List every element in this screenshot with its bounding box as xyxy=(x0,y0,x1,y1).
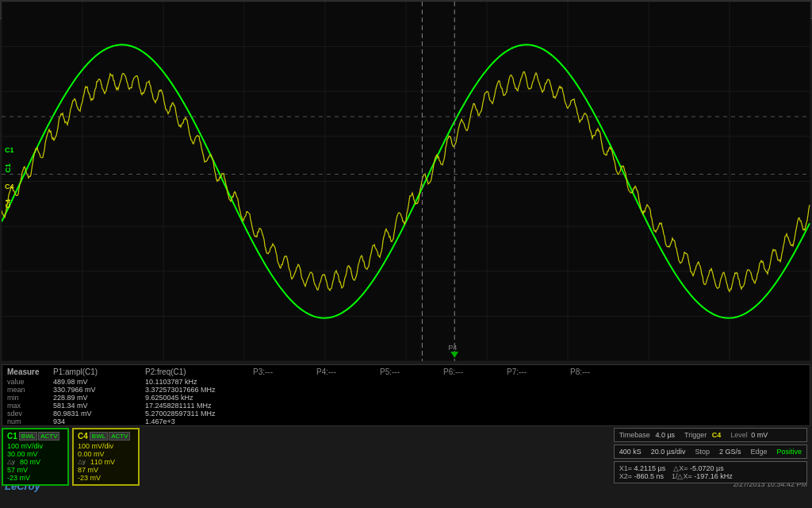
trigger-channel: C4 xyxy=(712,431,722,439)
measure-label-num: num xyxy=(7,418,47,425)
measure-label-sdev: sdev xyxy=(7,410,47,418)
timebase-trigger-box: Timebase 4.0 µs Trigger C4 Level 0 mV xyxy=(614,428,807,442)
c1-row2: 80 mV xyxy=(20,458,40,466)
p1-header: P1:ampl(C1) xyxy=(53,368,140,376)
measurements-panel: Measure value mean min max sdev num stat… xyxy=(2,364,810,426)
sample-mode-box: 400 kS 20.0 µs/div Stop 2 GS/s Edge xyxy=(614,444,807,459)
trigger-level-label: Level xyxy=(730,431,748,439)
p2-num: 1.467e+3 xyxy=(145,418,248,425)
dx-label: △X= xyxy=(673,464,688,472)
inv-dx-label: 1/△X= xyxy=(672,472,692,480)
p1-max: 581.34 mV xyxy=(53,402,140,410)
waveform-canvas[interactable] xyxy=(2,2,810,361)
p2-value: 10.1103787 kHz xyxy=(145,378,248,386)
channel-c4-label: C4 xyxy=(4,199,12,209)
c4-act-badge: ACTV xyxy=(109,432,130,441)
trigger-type: Edge xyxy=(750,448,767,456)
trigger-label: Trigger xyxy=(684,431,707,439)
measure-label-max: max xyxy=(7,402,47,410)
trigger-level-value: 0 mV xyxy=(751,431,768,439)
p1-min: 228.89 mV xyxy=(53,394,140,402)
p2-sdev: 5.270028597311 MHz xyxy=(145,410,248,418)
measure-header: Measure xyxy=(7,368,47,376)
measure-label-value: value xyxy=(7,378,47,386)
x2-value: -860.5 ns xyxy=(634,472,664,480)
x1-value: 4.2115 µs xyxy=(634,464,665,472)
c4-row3: 87 mV xyxy=(78,466,134,474)
p2-mean: 3.372573017666 MHz xyxy=(145,386,248,394)
c4-bwl-badge: BWL xyxy=(90,432,108,441)
c4-row1: 0.00 mV xyxy=(78,450,134,458)
c1-row3: 57 mV xyxy=(7,466,63,474)
measure-label-status: status xyxy=(7,425,47,426)
p7-header: P7:--- xyxy=(507,368,527,376)
x1-label: X1= xyxy=(619,464,632,472)
p3-header: P3:--- xyxy=(253,368,273,376)
p2-status: △R xyxy=(145,425,248,426)
x2-label: X2= xyxy=(619,472,632,480)
sample-count: 400 kS xyxy=(619,448,642,456)
c4-info-box: C4 BWL ACTV 100 mV/div 0.00 mV △y 110 mV… xyxy=(72,428,140,486)
p1-mean: 330.7966 mV xyxy=(53,386,140,394)
c1-label: C1 xyxy=(7,432,17,441)
p1-num: 934 xyxy=(53,418,140,425)
trigger-mode: Stop xyxy=(695,448,710,456)
c1-info-box: C1 BWL ACTV 100 mV/div 30.00 mV △y 80 mV… xyxy=(2,428,69,486)
p2-min: 9.6250045 kHz xyxy=(145,394,248,402)
c4-volts-div: 100 mV/div xyxy=(78,442,134,450)
p1-value: 489.98 mV xyxy=(53,378,140,386)
sample-rate: 2 GS/s xyxy=(719,448,741,456)
trigger-coupling: Positive xyxy=(776,448,802,456)
c1-row1: 30.00 mV xyxy=(7,450,63,458)
c1-bwl-badge: BWL xyxy=(19,432,37,441)
dx-value: -5.0720 µs xyxy=(690,464,724,472)
p5-header: P5:--- xyxy=(380,368,400,376)
p8-header: P8:--- xyxy=(570,368,590,376)
right-info-panel: Timebase 4.0 µs Trigger C4 Level 0 mV xyxy=(614,428,807,483)
timebase-value: 4.0 µs xyxy=(655,431,675,439)
cursor-values-box: X1= 4.2115 µs △X= -5.0720 µs X2= -860.5 … xyxy=(614,461,807,483)
measure-label-min: min xyxy=(7,394,47,402)
p1-sdev: 80.9831 mV xyxy=(53,410,140,418)
c1-act-badge: ACTV xyxy=(38,432,59,441)
p6-header: P6:--- xyxy=(443,368,463,376)
channel-c1-label: C1 xyxy=(4,164,12,173)
info-bottom: Measure value mean min max sdev num stat… xyxy=(0,363,812,508)
inv-dx-value: -197.16 kHz xyxy=(694,472,733,480)
c1-row4: -23 mV xyxy=(7,474,63,482)
timebase-label: Timebase xyxy=(619,431,650,439)
c1-volts-div: 100 mV/div xyxy=(7,442,63,450)
c4-label: C4 xyxy=(78,432,88,441)
waveform-display: C1 C4 xyxy=(2,2,810,361)
timebase-per-div: 20.0 µs/div xyxy=(651,448,686,456)
c4-row2: 110 mV xyxy=(90,458,115,466)
measure-label-mean: mean xyxy=(7,386,47,394)
p2-header: P2:freq(C1) xyxy=(145,368,248,376)
p2-max: 17.2458281111 MHz xyxy=(145,402,248,410)
c4-row4: -23 mV xyxy=(78,474,134,482)
p4-header: P4:--- xyxy=(316,368,336,376)
